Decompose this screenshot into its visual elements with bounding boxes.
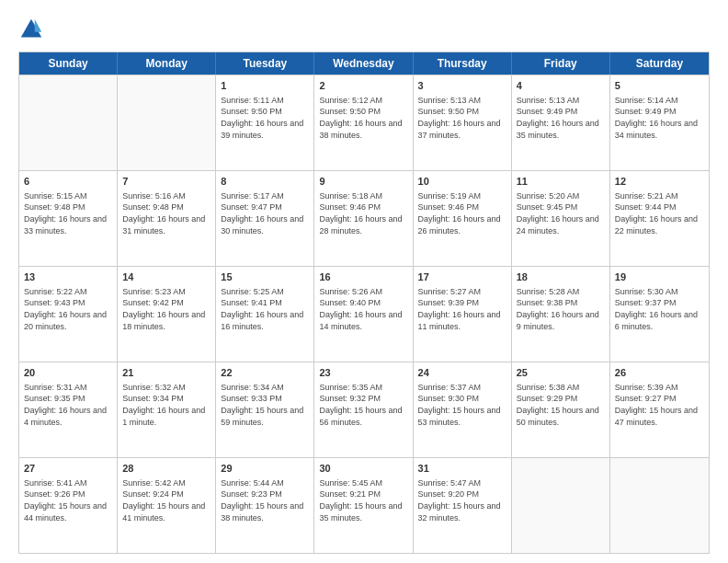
- calendar-day-3: 3Sunrise: 5:13 AM Sunset: 9:50 PM Daylig…: [414, 75, 512, 170]
- calendar-body: 1Sunrise: 5:11 AM Sunset: 9:50 PM Daylig…: [19, 75, 709, 553]
- calendar: SundayMondayTuesdayWednesdayThursdayFrid…: [18, 52, 710, 554]
- day-info: Sunrise: 5:26 AM Sunset: 9:40 PM Dayligh…: [319, 286, 407, 332]
- day-number: 4: [517, 79, 605, 93]
- day-info: Sunrise: 5:12 AM Sunset: 9:50 PM Dayligh…: [319, 95, 407, 141]
- calendar-day-27: 27Sunrise: 5:41 AM Sunset: 9:26 PM Dayli…: [19, 458, 118, 553]
- day-number: 5: [615, 79, 704, 93]
- calendar-day-28: 28Sunrise: 5:42 AM Sunset: 9:24 PM Dayli…: [118, 458, 216, 553]
- calendar-week-3: 13Sunrise: 5:22 AM Sunset: 9:43 PM Dayli…: [19, 266, 709, 362]
- day-number: 31: [418, 462, 506, 476]
- day-number: 25: [517, 366, 605, 380]
- calendar-empty-cell: [512, 458, 610, 553]
- calendar-empty-cell: [118, 75, 216, 170]
- day-info: Sunrise: 5:27 AM Sunset: 9:39 PM Dayligh…: [418, 286, 506, 332]
- day-info: Sunrise: 5:20 AM Sunset: 9:45 PM Dayligh…: [517, 190, 605, 236]
- day-info: Sunrise: 5:19 AM Sunset: 9:46 PM Dayligh…: [418, 190, 506, 236]
- calendar-empty-cell: [19, 75, 118, 170]
- day-info: Sunrise: 5:21 AM Sunset: 9:44 PM Dayligh…: [615, 190, 704, 236]
- day-info: Sunrise: 5:34 AM Sunset: 9:33 PM Dayligh…: [221, 382, 309, 428]
- day-number: 22: [221, 366, 309, 380]
- day-number: 13: [24, 270, 112, 284]
- day-number: 21: [122, 366, 210, 380]
- calendar-day-15: 15Sunrise: 5:25 AM Sunset: 9:41 PM Dayli…: [216, 267, 314, 362]
- calendar-week-1: 1Sunrise: 5:11 AM Sunset: 9:50 PM Daylig…: [19, 75, 709, 170]
- day-info: Sunrise: 5:18 AM Sunset: 9:46 PM Dayligh…: [319, 190, 407, 236]
- calendar-day-20: 20Sunrise: 5:31 AM Sunset: 9:35 PM Dayli…: [19, 362, 118, 457]
- day-number: 2: [319, 79, 407, 93]
- header-day-friday: Friday: [512, 52, 610, 75]
- header-day-thursday: Thursday: [414, 52, 512, 75]
- day-number: 9: [319, 175, 407, 189]
- calendar-day-22: 22Sunrise: 5:34 AM Sunset: 9:33 PM Dayli…: [216, 362, 314, 457]
- calendar-day-13: 13Sunrise: 5:22 AM Sunset: 9:43 PM Dayli…: [19, 267, 118, 362]
- calendar-day-2: 2Sunrise: 5:12 AM Sunset: 9:50 PM Daylig…: [314, 75, 413, 170]
- calendar-day-7: 7Sunrise: 5:16 AM Sunset: 9:48 PM Daylig…: [118, 171, 216, 266]
- calendar-day-18: 18Sunrise: 5:28 AM Sunset: 9:38 PM Dayli…: [512, 267, 610, 362]
- day-number: 7: [122, 175, 210, 189]
- day-number: 14: [122, 270, 210, 284]
- calendar-day-25: 25Sunrise: 5:38 AM Sunset: 9:29 PM Dayli…: [512, 362, 610, 457]
- calendar-week-5: 27Sunrise: 5:41 AM Sunset: 9:26 PM Dayli…: [19, 457, 709, 553]
- day-number: 12: [615, 175, 704, 189]
- day-info: Sunrise: 5:42 AM Sunset: 9:24 PM Dayligh…: [122, 477, 210, 523]
- day-number: 27: [24, 462, 112, 476]
- calendar-day-12: 12Sunrise: 5:21 AM Sunset: 9:44 PM Dayli…: [610, 171, 709, 266]
- calendar-day-21: 21Sunrise: 5:32 AM Sunset: 9:34 PM Dayli…: [118, 362, 216, 457]
- page-header: [18, 17, 710, 42]
- calendar-day-29: 29Sunrise: 5:44 AM Sunset: 9:23 PM Dayli…: [216, 458, 314, 553]
- calendar-day-19: 19Sunrise: 5:30 AM Sunset: 9:37 PM Dayli…: [610, 267, 709, 362]
- day-number: 28: [122, 462, 210, 476]
- day-info: Sunrise: 5:31 AM Sunset: 9:35 PM Dayligh…: [24, 382, 112, 428]
- header-day-monday: Monday: [118, 52, 216, 75]
- calendar-day-4: 4Sunrise: 5:13 AM Sunset: 9:49 PM Daylig…: [512, 75, 610, 170]
- day-info: Sunrise: 5:13 AM Sunset: 9:50 PM Dayligh…: [418, 95, 506, 141]
- day-number: 24: [418, 366, 506, 380]
- day-info: Sunrise: 5:23 AM Sunset: 9:42 PM Dayligh…: [122, 286, 210, 332]
- logo-icon: [18, 17, 44, 42]
- calendar-day-6: 6Sunrise: 5:15 AM Sunset: 9:48 PM Daylig…: [19, 171, 118, 266]
- day-info: Sunrise: 5:25 AM Sunset: 9:41 PM Dayligh…: [221, 286, 309, 332]
- calendar-day-23: 23Sunrise: 5:35 AM Sunset: 9:32 PM Dayli…: [314, 362, 413, 457]
- day-number: 15: [221, 270, 309, 284]
- day-info: Sunrise: 5:28 AM Sunset: 9:38 PM Dayligh…: [517, 286, 605, 332]
- day-number: 19: [615, 270, 704, 284]
- calendar-day-24: 24Sunrise: 5:37 AM Sunset: 9:30 PM Dayli…: [414, 362, 512, 457]
- calendar-day-16: 16Sunrise: 5:26 AM Sunset: 9:40 PM Dayli…: [314, 267, 413, 362]
- calendar-day-5: 5Sunrise: 5:14 AM Sunset: 9:49 PM Daylig…: [610, 75, 709, 170]
- calendar-empty-cell: [610, 458, 709, 553]
- day-number: 17: [418, 270, 506, 284]
- calendar-day-1: 1Sunrise: 5:11 AM Sunset: 9:50 PM Daylig…: [216, 75, 314, 170]
- calendar-day-17: 17Sunrise: 5:27 AM Sunset: 9:39 PM Dayli…: [414, 267, 512, 362]
- svg-marker-1: [35, 19, 41, 32]
- header-day-saturday: Saturday: [610, 52, 709, 75]
- header-day-tuesday: Tuesday: [216, 52, 314, 75]
- day-info: Sunrise: 5:38 AM Sunset: 9:29 PM Dayligh…: [517, 382, 605, 428]
- calendar-day-9: 9Sunrise: 5:18 AM Sunset: 9:46 PM Daylig…: [314, 171, 413, 266]
- day-number: 1: [221, 79, 309, 93]
- day-info: Sunrise: 5:41 AM Sunset: 9:26 PM Dayligh…: [24, 477, 112, 523]
- day-number: 11: [517, 175, 605, 189]
- calendar-day-30: 30Sunrise: 5:45 AM Sunset: 9:21 PM Dayli…: [314, 458, 413, 553]
- day-number: 20: [24, 366, 112, 380]
- calendar-week-2: 6Sunrise: 5:15 AM Sunset: 9:48 PM Daylig…: [19, 170, 709, 266]
- header-day-sunday: Sunday: [19, 52, 118, 75]
- day-info: Sunrise: 5:14 AM Sunset: 9:49 PM Dayligh…: [615, 95, 704, 141]
- day-info: Sunrise: 5:15 AM Sunset: 9:48 PM Dayligh…: [24, 190, 112, 236]
- day-number: 29: [221, 462, 309, 476]
- day-info: Sunrise: 5:45 AM Sunset: 9:21 PM Dayligh…: [319, 477, 407, 523]
- day-info: Sunrise: 5:37 AM Sunset: 9:30 PM Dayligh…: [418, 382, 506, 428]
- day-info: Sunrise: 5:32 AM Sunset: 9:34 PM Dayligh…: [122, 382, 210, 428]
- day-info: Sunrise: 5:30 AM Sunset: 9:37 PM Dayligh…: [615, 286, 704, 332]
- calendar-day-26: 26Sunrise: 5:39 AM Sunset: 9:27 PM Dayli…: [610, 362, 709, 457]
- calendar-day-31: 31Sunrise: 5:47 AM Sunset: 9:20 PM Dayli…: [414, 458, 512, 553]
- day-info: Sunrise: 5:39 AM Sunset: 9:27 PM Dayligh…: [615, 382, 704, 428]
- day-number: 3: [418, 79, 506, 93]
- day-info: Sunrise: 5:47 AM Sunset: 9:20 PM Dayligh…: [418, 477, 506, 523]
- day-info: Sunrise: 5:22 AM Sunset: 9:43 PM Dayligh…: [24, 286, 112, 332]
- day-number: 30: [319, 462, 407, 476]
- day-info: Sunrise: 5:13 AM Sunset: 9:49 PM Dayligh…: [517, 95, 605, 141]
- logo: [18, 17, 48, 42]
- calendar-day-8: 8Sunrise: 5:17 AM Sunset: 9:47 PM Daylig…: [216, 171, 314, 266]
- header-day-wednesday: Wednesday: [314, 52, 413, 75]
- day-number: 8: [221, 175, 309, 189]
